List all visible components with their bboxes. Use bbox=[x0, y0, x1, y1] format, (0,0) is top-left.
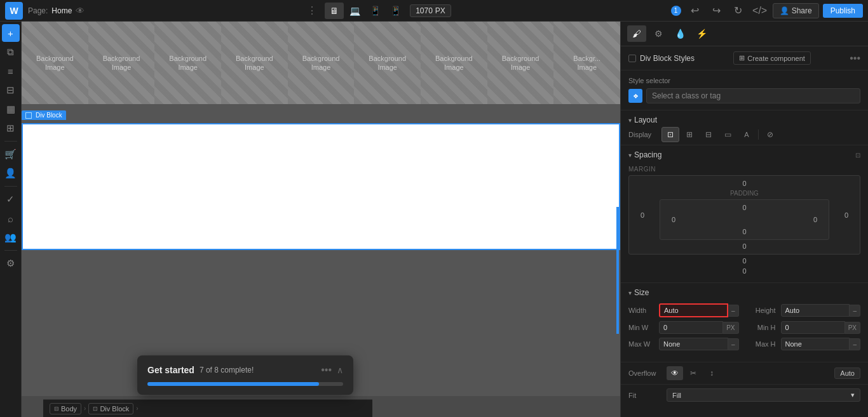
margin-top-value[interactable]: 0 bbox=[735, 180, 754, 187]
component-checkbox[interactable] bbox=[628, 55, 636, 62]
sidebar-logic-btn[interactable]: ✓ bbox=[2, 190, 20, 208]
display-label: Display bbox=[628, 131, 661, 138]
min-width-height-row: Min W 0 PX Min H 0 PX bbox=[628, 321, 860, 334]
overflow-auto-button[interactable]: Auto bbox=[834, 367, 860, 379]
min-h-input-group: 0 PX bbox=[781, 321, 861, 334]
sidebar-members-btn[interactable]: 👤 bbox=[2, 164, 20, 182]
padding-right-value[interactable]: 0 bbox=[806, 216, 825, 223]
display-text-inline-btn[interactable]: A bbox=[738, 127, 756, 142]
padding-bottom-value[interactable]: 0 bbox=[735, 228, 754, 235]
undo-button[interactable]: ↩ bbox=[686, 2, 704, 20]
more-options-icon[interactable]: ⋮ bbox=[304, 2, 320, 19]
sidebar-users-btn[interactable]: 👥 bbox=[2, 228, 20, 246]
sidebar-text-btn[interactable]: ≡ bbox=[2, 62, 20, 80]
display-flex-btn[interactable]: ⊞ bbox=[681, 127, 698, 142]
display-inline-btn[interactable]: ▭ bbox=[719, 127, 736, 142]
min-h-input[interactable]: 0 bbox=[781, 321, 845, 334]
style-selector-input[interactable]: Select a class or tag bbox=[646, 88, 860, 103]
overflow-visible-btn[interactable]: 👁 bbox=[667, 366, 683, 380]
tab-settings[interactable]: ⚙ bbox=[649, 25, 668, 42]
display-none-btn[interactable]: ⊘ bbox=[761, 127, 779, 142]
tablet-device-btn[interactable]: 📱 bbox=[365, 3, 384, 19]
size-section-header[interactable]: ▾ Size bbox=[621, 283, 868, 300]
padding-top-value[interactable]: 0 bbox=[735, 204, 754, 211]
code-button[interactable]: </> bbox=[751, 2, 769, 20]
sidebar-search-btn[interactable]: ⌕ bbox=[2, 209, 20, 227]
sidebar-ecommerce-btn[interactable]: 🛒 bbox=[2, 145, 20, 163]
width-unit-btn[interactable]: – bbox=[728, 305, 739, 317]
display-buttons: ⊡ ⊞ ⊟ ▭ A ⊘ bbox=[661, 127, 779, 142]
display-block-btn[interactable]: ⊡ bbox=[661, 127, 679, 142]
spacing-expand-icon[interactable]: ⊡ bbox=[855, 152, 860, 159]
get-started-more-icon[interactable]: ••• bbox=[321, 364, 332, 376]
spacing-section-header[interactable]: ▾ Spacing ⊡ bbox=[621, 145, 868, 162]
share-label: Share bbox=[792, 6, 812, 15]
bg-tile-6-text: BackgroundImage bbox=[369, 54, 406, 72]
sidebar-layers-btn[interactable]: ⧉ bbox=[2, 43, 20, 61]
share-button[interactable]: 👤 Share bbox=[773, 3, 819, 18]
display-grid-btn[interactable]: ⊟ bbox=[700, 127, 717, 142]
margin-middle-row: 0 PADDING 0 0 bbox=[633, 190, 856, 240]
component-more-icon[interactable]: ••• bbox=[850, 53, 860, 64]
min-w-value: 0 bbox=[663, 324, 667, 331]
style-selector-icon: ❖ bbox=[628, 89, 642, 103]
margin-bottom-value[interactable]: 0 bbox=[735, 242, 754, 250]
tab-lightning[interactable]: ⚡ bbox=[692, 25, 711, 42]
padding-extra-1-value[interactable]: 0 bbox=[735, 257, 754, 265]
bottom-bar: ⊟ Body › ⊡ Div Block › bbox=[43, 399, 372, 417]
bg-tile-3: BackgroundImage bbox=[154, 22, 221, 104]
layout-section-header[interactable]: ▾ Layout bbox=[621, 110, 868, 127]
refresh-button[interactable]: ↻ bbox=[729, 2, 747, 20]
height-input[interactable]: Auto bbox=[781, 304, 850, 317]
tab-styles[interactable]: 🖌 bbox=[627, 25, 646, 42]
preview-eye-icon[interactable]: 👁 bbox=[76, 6, 85, 16]
div-block-label-icon bbox=[25, 112, 32, 119]
top-bar: W Page: Home 👁 ⋮ 🖥 💻 📱 📱 1070 PX 1 ↩ ↪ ↻… bbox=[0, 0, 868, 22]
page-name[interactable]: Home bbox=[51, 6, 72, 15]
height-unit-btn[interactable]: – bbox=[850, 305, 860, 317]
spacing-section: ▾ Spacing ⊡ MARGIN 0 0 bbox=[621, 145, 868, 283]
bg-tile-5-text: BackgroundImage bbox=[302, 54, 340, 72]
min-w-input[interactable]: 0 bbox=[659, 321, 723, 334]
publish-button[interactable]: Publish bbox=[823, 4, 863, 18]
desktop-device-btn[interactable]: 🖥 bbox=[325, 3, 344, 19]
get-started-progress-bar-bg bbox=[147, 382, 343, 386]
layout-chevron-icon: ▾ bbox=[628, 117, 632, 124]
overflow-scroll-btn[interactable]: ↕ bbox=[703, 366, 720, 380]
sidebar-cms-btn[interactable]: ⊞ bbox=[2, 119, 20, 137]
min-w-unit-btn[interactable]: PX bbox=[723, 322, 738, 334]
max-w-value: None bbox=[663, 340, 680, 348]
padding-left-value[interactable]: 0 bbox=[664, 216, 683, 223]
max-h-input[interactable]: None bbox=[781, 338, 850, 350]
notification-badge[interactable]: 1 bbox=[671, 6, 681, 16]
sidebar-pages-btn[interactable]: ⊟ bbox=[2, 81, 20, 99]
margin-right-value[interactable]: 0 bbox=[837, 211, 856, 219]
max-w-unit-btn[interactable]: – bbox=[728, 338, 739, 350]
laptop-device-btn[interactable]: 💻 bbox=[345, 3, 364, 19]
redo-button[interactable]: ↪ bbox=[708, 2, 726, 20]
max-h-unit-btn[interactable]: – bbox=[850, 338, 860, 350]
get-started-close-icon[interactable]: ∧ bbox=[337, 365, 343, 375]
max-w-input[interactable]: None bbox=[659, 338, 728, 350]
bg-tile-8: BackgroundImage bbox=[487, 22, 554, 104]
sidebar-images-btn[interactable]: ▦ bbox=[2, 100, 20, 118]
width-input[interactable]: Auto bbox=[659, 303, 728, 317]
margin-left-value[interactable]: 0 bbox=[633, 211, 652, 219]
create-component-button[interactable]: ⊞ Create component bbox=[733, 51, 811, 65]
padding-top-row: 0 bbox=[664, 204, 825, 211]
tab-interactions[interactable]: 💧 bbox=[670, 25, 689, 42]
sidebar-settings-btn[interactable]: ⚙ bbox=[2, 255, 20, 272]
fit-select[interactable]: Fill ▾ bbox=[667, 388, 860, 402]
fit-dropdown-icon: ▾ bbox=[851, 391, 855, 399]
spacing-inner: MARGIN 0 0 PADDING 0 bbox=[621, 162, 868, 282]
breadcrumb-body[interactable]: ⊟ Body bbox=[50, 403, 81, 414]
sidebar-add-btn[interactable]: + bbox=[2, 24, 20, 42]
mobile-device-btn[interactable]: 📱 bbox=[386, 3, 405, 19]
padding-extra-2-value[interactable]: 0 bbox=[735, 267, 754, 275]
breadcrumb-divblock[interactable]: ⊡ Div Block bbox=[88, 403, 133, 414]
overflow-hidden-btn[interactable]: ✂ bbox=[685, 366, 702, 380]
div-block-content[interactable] bbox=[22, 123, 620, 250]
bg-tile-7-text: BackgroundImage bbox=[435, 54, 473, 72]
min-h-unit-btn[interactable]: PX bbox=[845, 322, 860, 334]
bg-tile-2-text: BackgroundImage bbox=[103, 54, 140, 72]
